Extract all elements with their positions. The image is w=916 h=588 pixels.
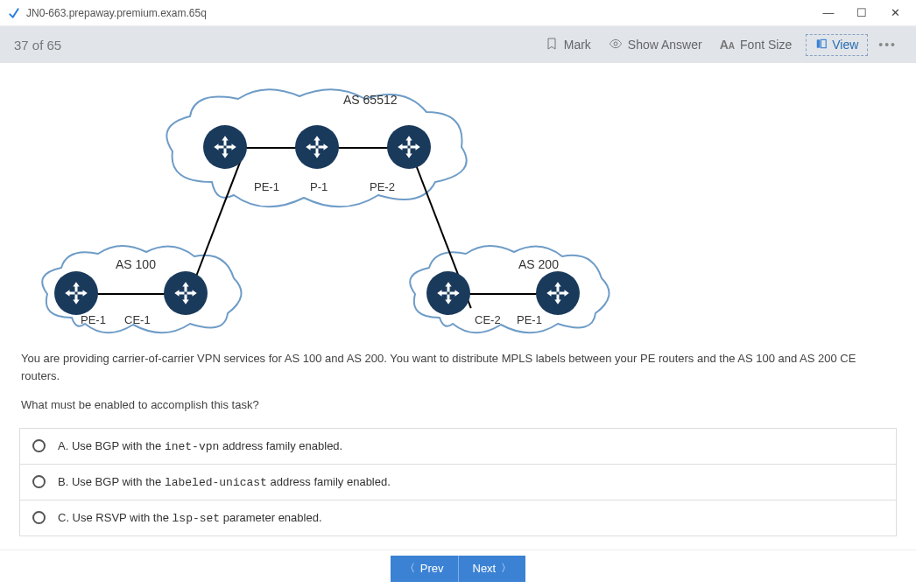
options-list: A. Use BGP with the inet-vpn address fam… [19,428,897,536]
network-diagram: AS 65512 AS 100 AS 200 PE-1 P [28,77,624,340]
radio-icon [32,475,46,488]
view-label: View [832,38,858,52]
font-size-button[interactable]: AA Font Size [711,34,801,55]
view-button[interactable]: View [806,34,868,56]
radio-icon [32,439,46,452]
content-area: AS 65512 AS 100 AS 200 PE-1 P [0,63,916,550]
radio-icon [32,511,46,524]
mark-button[interactable]: Mark [536,33,600,57]
mark-label: Mark [564,38,591,52]
font-size-label: Font Size [740,38,792,52]
nav-bar: 〈 Prev Next 〉 [0,550,916,586]
font-size-icon: AA [720,38,735,52]
router-br-outer [536,271,580,315]
question-prompt: What must be enabled to accomplish this … [21,396,895,414]
view-icon [815,38,828,52]
next-label: Next [473,562,497,575]
option-c[interactable]: C. Use RSVP with the lsp-set parameter e… [20,500,896,536]
maximize-button[interactable]: ☐ [853,6,870,19]
svg-rect-1 [817,39,821,47]
next-button[interactable]: Next 〉 [459,556,526,582]
cloud-top-label: AS 65512 [343,93,398,107]
router-bl-inner-label: CE-1 [124,313,151,326]
router-bl-outer [54,271,98,315]
prev-button[interactable]: 〈 Prev [391,556,459,582]
option-c-text: C. Use RSVP with the lsp-set parameter e… [58,511,322,525]
show-answer-button[interactable]: Show Answer [600,33,711,57]
bookmark-icon [545,37,559,53]
option-b[interactable]: B. Use BGP with the labeled-unicast addr… [20,465,896,500]
router-bl-inner [164,271,208,315]
cloud-right-label: AS 200 [518,257,559,271]
close-button[interactable]: ✕ [886,6,904,19]
more-button[interactable]: ••• [873,38,902,52]
minimize-button[interactable]: — [820,6,837,19]
router-p1 [295,125,339,169]
router-br-outer-label: PE-1 [517,313,542,326]
app-icon [7,6,21,20]
chevron-right-icon: 〉 [501,561,511,576]
question-progress: 37 of 65 [14,38,61,52]
svg-rect-2 [821,39,827,47]
router-pe1-top-label: PE-1 [254,180,279,193]
link-left-cloud [89,293,173,295]
router-pe2 [387,125,431,169]
router-p1-label: P-1 [310,180,328,193]
option-b-text: B. Use BGP with the labeled-unicast addr… [58,475,391,489]
toolbar: 37 of 65 Mark Show Answer AA Font Size V… [0,26,916,63]
router-pe1-top [203,125,247,169]
prev-label: Prev [420,562,444,575]
window-titlebar: JN0-663.prepaway.premium.exam.65q — ☐ ✕ [0,0,916,26]
option-a-text: A. Use BGP with the inet-vpn address fam… [58,439,342,453]
question-body: You are providing carrier-of-carrier VPN… [21,350,895,384]
window-title: JN0-663.prepaway.premium.exam.65q [26,7,820,19]
eye-icon [609,37,623,53]
cloud-left-label: AS 100 [116,257,156,271]
show-answer-label: Show Answer [628,38,702,52]
chevron-left-icon: 〈 [405,561,415,576]
router-bl-outer-label: PE-1 [81,313,106,326]
router-pe2-label: PE-2 [370,180,395,193]
option-a[interactable]: A. Use BGP with the inet-vpn address fam… [20,429,896,465]
svg-point-0 [614,42,617,46]
router-br-inner [426,271,470,315]
router-br-inner-label: CE-2 [475,313,501,326]
